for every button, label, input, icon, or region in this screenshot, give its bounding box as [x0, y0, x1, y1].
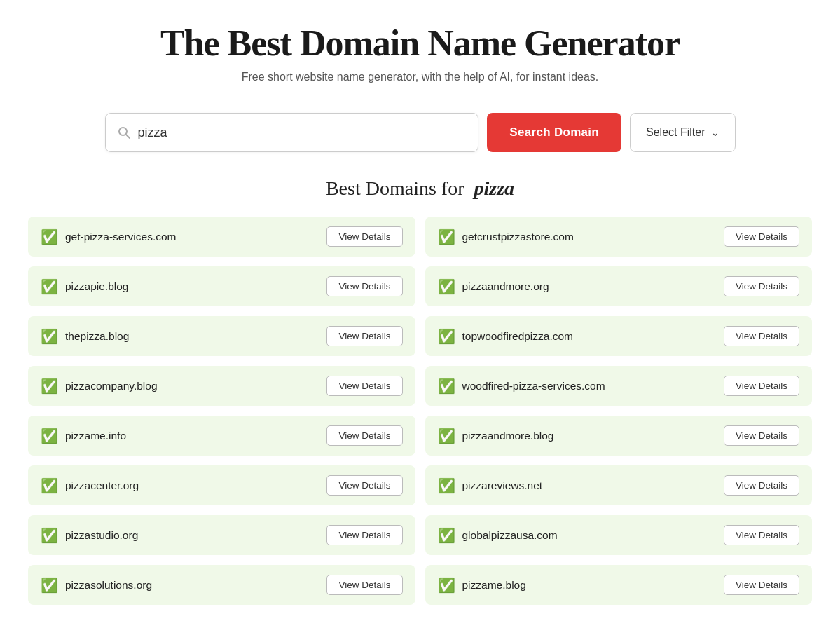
- domain-card: ✅ pizzaandmore.org View Details: [425, 266, 813, 306]
- view-details-button[interactable]: View Details: [724, 226, 799, 247]
- domain-left: ✅ get-pizza-services.com: [41, 228, 177, 245]
- view-details-button[interactable]: View Details: [724, 475, 799, 496]
- available-icon: ✅: [41, 278, 58, 295]
- chevron-down-icon: ⌄: [711, 127, 719, 138]
- search-box: [105, 113, 479, 152]
- available-icon: ✅: [41, 378, 58, 395]
- domain-left: ✅ pizzastudio.org: [41, 527, 138, 544]
- domain-name: pizzasolutions.org: [65, 579, 152, 592]
- domain-card: ✅ topwoodfiredpizza.com View Details: [425, 316, 813, 356]
- available-icon: ✅: [41, 328, 58, 345]
- view-details-button[interactable]: View Details: [724, 376, 799, 396]
- domain-name: pizzastudio.org: [65, 529, 138, 542]
- available-icon: ✅: [438, 577, 455, 594]
- domain-name: get-pizza-services.com: [65, 231, 177, 243]
- domain-left: ✅ topwoodfiredpizza.com: [438, 328, 574, 345]
- available-icon: ✅: [438, 278, 455, 295]
- domain-name: woodfired-pizza-services.com: [462, 380, 605, 393]
- available-icon: ✅: [41, 477, 58, 494]
- available-icon: ✅: [438, 477, 455, 494]
- domain-left: ✅ pizzame.info: [41, 428, 126, 444]
- domain-card: ✅ getcrustpizzastore.com View Details: [425, 217, 813, 257]
- domain-name: pizzaandmore.blog: [462, 430, 554, 442]
- domain-name: pizzaandmore.org: [462, 280, 549, 293]
- domain-left: ✅ thepizza.blog: [41, 328, 129, 345]
- domain-card: ✅ pizzasolutions.org View Details: [28, 565, 415, 605]
- domain-card: ✅ pizzacenter.org View Details: [28, 465, 415, 505]
- svg-line-1: [125, 135, 130, 139]
- domain-name: pizzacompany.blog: [65, 380, 158, 393]
- available-icon: ✅: [41, 577, 58, 594]
- view-details-button[interactable]: View Details: [326, 475, 402, 496]
- domain-name: globalpizzausa.com: [462, 529, 558, 542]
- domain-left: ✅ pizzacompany.blog: [41, 378, 158, 395]
- view-details-button[interactable]: View Details: [326, 226, 402, 247]
- available-icon: ✅: [41, 527, 58, 544]
- view-details-button[interactable]: View Details: [724, 276, 799, 296]
- search-section: Search Domain Select Filter ⌄: [105, 113, 736, 152]
- domain-left: ✅ pizzaandmore.org: [438, 278, 549, 295]
- domain-card: ✅ pizzapie.blog View Details: [28, 266, 415, 306]
- domain-left: ✅ woodfired-pizza-services.com: [438, 378, 605, 395]
- domain-left: ✅ pizzacenter.org: [41, 477, 139, 494]
- view-details-button[interactable]: View Details: [724, 326, 799, 346]
- domain-card: ✅ woodfired-pizza-services.com View Deta…: [425, 366, 813, 406]
- domain-card: ✅ pizzame.blog View Details: [425, 565, 813, 605]
- domain-left: ✅ pizzaandmore.blog: [438, 428, 554, 444]
- domain-card: ✅ thepizza.blog View Details: [28, 316, 415, 356]
- search-input[interactable]: [138, 125, 467, 140]
- available-icon: ✅: [41, 228, 58, 245]
- domain-name: pizzareviews.net: [462, 479, 543, 492]
- search-icon: [117, 125, 131, 139]
- results-title-prefix: Best Domains for: [326, 177, 464, 199]
- available-icon: ✅: [438, 378, 455, 395]
- view-details-button[interactable]: View Details: [724, 425, 799, 446]
- available-icon: ✅: [438, 527, 455, 544]
- domain-card: ✅ pizzame.info View Details: [28, 416, 415, 456]
- filter-button[interactable]: Select Filter ⌄: [630, 113, 735, 152]
- available-icon: ✅: [438, 428, 455, 444]
- domain-left: ✅ globalpizzausa.com: [438, 527, 558, 544]
- domain-left: ✅ pizzasolutions.org: [41, 577, 152, 594]
- available-icon: ✅: [41, 428, 58, 444]
- domain-name: pizzapie.blog: [65, 280, 128, 293]
- results-title: Best Domains for pizza: [28, 177, 812, 200]
- page-subtitle: Free short website name generator, with …: [28, 71, 812, 83]
- view-details-button[interactable]: View Details: [326, 575, 402, 595]
- view-details-button[interactable]: View Details: [724, 575, 799, 595]
- view-details-button[interactable]: View Details: [326, 425, 402, 446]
- results-keyword: pizza: [474, 177, 514, 199]
- domain-card: ✅ get-pizza-services.com View Details: [28, 217, 415, 257]
- available-icon: ✅: [438, 328, 455, 345]
- domain-name: getcrustpizzastore.com: [462, 231, 574, 243]
- view-details-button[interactable]: View Details: [724, 525, 799, 545]
- domain-left: ✅ getcrustpizzastore.com: [438, 228, 574, 245]
- results-grid: ✅ get-pizza-services.com View Details ✅ …: [28, 217, 812, 605]
- page-title: The Best Domain Name Generator: [28, 22, 812, 64]
- search-domain-button[interactable]: Search Domain: [487, 113, 621, 152]
- view-details-button[interactable]: View Details: [326, 525, 402, 545]
- domain-card: ✅ pizzaandmore.blog View Details: [425, 416, 813, 456]
- domain-card: ✅ globalpizzausa.com View Details: [425, 515, 813, 555]
- domain-left: ✅ pizzapie.blog: [41, 278, 128, 295]
- domain-left: ✅ pizzareviews.net: [438, 477, 543, 494]
- domain-name: thepizza.blog: [65, 330, 129, 343]
- filter-label: Select Filter: [646, 126, 705, 139]
- domain-card: ✅ pizzacompany.blog View Details: [28, 366, 415, 406]
- view-details-button[interactable]: View Details: [326, 276, 402, 296]
- view-details-button[interactable]: View Details: [326, 376, 402, 396]
- domain-name: pizzame.blog: [462, 579, 526, 592]
- domain-left: ✅ pizzame.blog: [438, 577, 526, 594]
- domain-name: pizzame.info: [65, 430, 126, 442]
- domain-name: topwoodfiredpizza.com: [462, 330, 574, 343]
- domain-name: pizzacenter.org: [65, 479, 139, 492]
- domain-card: ✅ pizzareviews.net View Details: [425, 465, 813, 505]
- view-details-button[interactable]: View Details: [326, 326, 402, 346]
- domain-card: ✅ pizzastudio.org View Details: [28, 515, 415, 555]
- available-icon: ✅: [438, 228, 455, 245]
